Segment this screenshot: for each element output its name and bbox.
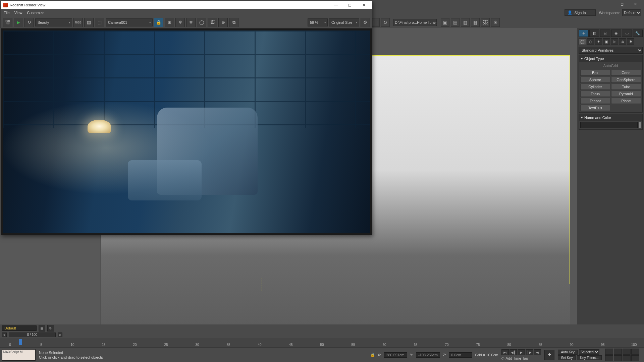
prim-sphere[interactable]: Sphere <box>580 77 610 83</box>
size-select[interactable]: Original Size <box>329 18 359 26</box>
coord-z[interactable]: 0.0cm <box>449 352 472 358</box>
nav-icon[interactable] <box>614 355 622 361</box>
spacewarps-subtab[interactable]: ≋ <box>619 38 626 45</box>
object-name-input[interactable] <box>580 122 638 128</box>
prim-cylinder[interactable]: Cylinder <box>580 84 610 90</box>
workspace-select[interactable]: Default <box>622 9 641 16</box>
histogram-icon[interactable]: ▤ <box>84 18 94 27</box>
coord-x[interactable]: 280.691cm <box>384 352 407 358</box>
time-config-icon[interactable]: ✚ <box>544 350 554 360</box>
snowflake-icon[interactable]: ❄ <box>175 18 185 27</box>
menu-view[interactable]: View <box>14 11 22 15</box>
minimize-icon[interactable]: — <box>602 1 615 8</box>
zoom-select[interactable]: 59 % <box>308 18 328 26</box>
add-time-tag[interactable]: Add Time Tag <box>505 356 528 360</box>
next-frame-icon[interactable]: ┃▶ <box>526 349 533 355</box>
time-marker[interactable] <box>19 339 22 345</box>
toolbar-button[interactable]: ▤ <box>451 18 460 27</box>
project-path[interactable]: D:\Final pro...Home library <box>393 19 437 26</box>
aov-select[interactable]: Beauty <box>35 18 72 26</box>
autogrid-check[interactable]: AutoGrid <box>580 63 641 70</box>
add-snapshot-icon[interactable]: ⊕ <box>218 18 228 27</box>
tag-icon[interactable]: ◇ <box>501 356 504 360</box>
keyfilters-button[interactable]: Key Filters... <box>577 355 602 360</box>
cameras-subtab[interactable]: ▣ <box>603 38 610 45</box>
frame-indicator[interactable]: 0 / 100 <box>9 333 56 337</box>
prim-teapot[interactable]: Teapot <box>580 98 610 104</box>
lock-icon[interactable]: 🔒 <box>370 353 375 357</box>
crop-icon[interactable]: ⬚ <box>95 18 104 27</box>
render-output[interactable] <box>1 28 372 235</box>
slider-prev[interactable]: < <box>2 333 7 337</box>
systems-subtab[interactable]: ✱ <box>627 38 634 45</box>
toolbar-button[interactable]: ▦ <box>471 18 480 27</box>
prim-torus[interactable]: Torus <box>580 91 610 97</box>
rgb-icon[interactable]: RGB <box>73 18 83 27</box>
maximize-icon[interactable]: ◻ <box>344 2 356 8</box>
prim-geosphere[interactable]: GeoSphere <box>611 77 641 83</box>
lights-subtab[interactable]: ✦ <box>595 38 602 45</box>
prim-tube[interactable]: Tube <box>611 84 641 90</box>
maximize-viewport-icon[interactable] <box>631 349 639 355</box>
render-play-icon[interactable]: ▶ <box>14 18 23 27</box>
rollout-header[interactable]: ▾ Object Type <box>579 55 642 62</box>
coord-y[interactable]: -103.256cm <box>416 352 440 358</box>
key-target-select[interactable]: Selected <box>579 349 599 355</box>
autokey-button[interactable]: Auto Key <box>558 350 578 355</box>
filter-icon[interactable]: ⛭ <box>47 325 54 331</box>
zoom-icon[interactable] <box>614 349 622 355</box>
primitive-category[interactable]: Standard Primitives <box>579 47 643 54</box>
minimize-icon[interactable]: — <box>330 2 342 8</box>
light-gizmo[interactable] <box>242 278 262 291</box>
rollout-header[interactable]: ▾ Name and Color <box>579 114 642 121</box>
helpers-subtab[interactable]: ▷ <box>611 38 618 45</box>
image-icon[interactable]: 🖼 <box>208 18 217 27</box>
render-icon[interactable]: 🖼 <box>481 18 490 27</box>
orbit-icon[interactable] <box>623 349 631 355</box>
settings-icon[interactable]: ☀ <box>491 18 500 27</box>
goto-end-icon[interactable]: ⏭ <box>534 349 541 355</box>
grid-icon[interactable]: ⊞ <box>165 18 174 27</box>
circle-icon[interactable]: ◯ <box>197 18 206 27</box>
motion-tab[interactable]: ◉ <box>611 29 621 37</box>
signin-button[interactable]: 👤 Sign In <box>565 9 595 16</box>
render-titlebar[interactable]: Redshift Render View — ◻ ✕ <box>1 1 372 9</box>
create-tab[interactable]: ✚ <box>579 29 589 37</box>
hierarchy-tab[interactable]: ⌸ <box>600 29 610 37</box>
menu-customize[interactable]: Customize <box>27 11 44 15</box>
refresh-icon[interactable]: ↻ <box>381 18 390 27</box>
clapper-icon[interactable]: 🎬 <box>3 18 12 27</box>
prim-plane[interactable]: Plane <box>611 98 641 104</box>
layer-icon[interactable]: ≣ <box>39 325 45 331</box>
refresh-icon[interactable]: ↻ <box>24 18 34 27</box>
display-tab[interactable]: ▭ <box>622 29 632 37</box>
toolbar-button[interactable]: ▥ <box>461 18 470 27</box>
object-color-swatch[interactable] <box>639 122 641 128</box>
slider-next[interactable]: > <box>58 333 62 337</box>
close-icon[interactable]: ✕ <box>629 1 642 8</box>
utilities-tab[interactable]: 🔧 <box>633 29 643 37</box>
toolbar-button[interactable]: ▣ <box>441 18 449 27</box>
track-set[interactable]: Default <box>2 325 37 331</box>
snowflake2-icon[interactable]: ❅ <box>186 18 196 27</box>
timeline[interactable]: 0510152025303540455055606570758085909510… <box>0 338 644 347</box>
goto-start-icon[interactable]: ⏮ <box>501 349 509 355</box>
gear-icon[interactable]: ⚙ <box>361 18 370 27</box>
copy-icon[interactable]: ⧉ <box>229 18 238 27</box>
prim-cone[interactable]: Cone <box>611 70 641 76</box>
menu-file[interactable]: File <box>4 11 10 15</box>
geometry-subtab[interactable]: ◯ <box>579 38 586 45</box>
prim-pyramid[interactable]: Pyramid <box>611 91 641 97</box>
modify-tab[interactable]: ◧ <box>589 29 599 37</box>
lock-icon[interactable]: 🔒 <box>154 18 163 27</box>
nav-icon[interactable] <box>631 355 639 361</box>
pan-icon[interactable] <box>605 349 613 355</box>
shapes-subtab[interactable]: ◇ <box>587 38 594 45</box>
setkey-button[interactable]: Set Key <box>558 355 576 360</box>
maximize-icon[interactable]: ◻ <box>615 1 629 8</box>
prim-textplus[interactable]: TextPlus <box>580 105 610 111</box>
nav-icon[interactable] <box>623 355 631 361</box>
maxscript-listener[interactable]: MAXScript Mi <box>2 349 36 361</box>
close-icon[interactable]: ✕ <box>358 2 370 8</box>
prim-box[interactable]: Box <box>580 70 610 76</box>
